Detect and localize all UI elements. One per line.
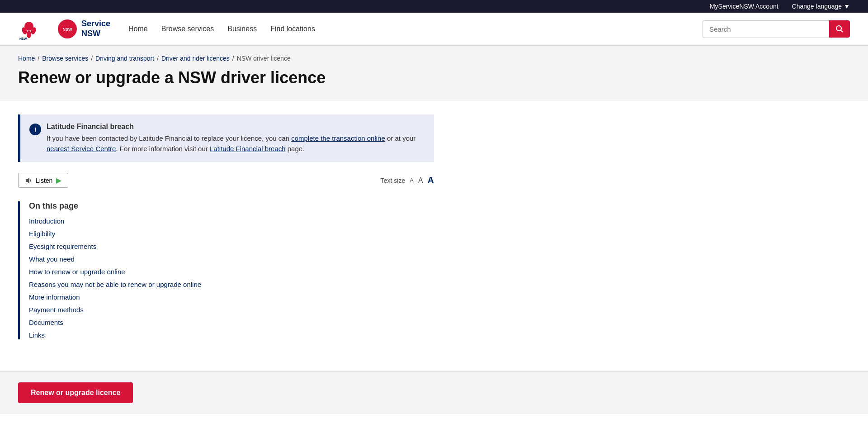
nav-find-locations[interactable]: Find locations	[270, 25, 315, 33]
breadcrumb-home[interactable]: Home	[18, 55, 35, 62]
svg-text:NSW: NSW	[19, 37, 27, 40]
list-item: Documents	[29, 319, 434, 327]
text-size-medium-button[interactable]: A	[418, 176, 423, 185]
service-nsw-wordmark: Service NSW	[81, 19, 110, 38]
on-this-page-section: On this page IntroductionEligibilityEyes…	[18, 201, 434, 339]
breadcrumb-driving-transport[interactable]: Driving and transport	[95, 55, 154, 62]
list-item: How to renew or upgrade online	[29, 268, 434, 276]
breadcrumb-browse-services[interactable]: Browse services	[42, 55, 88, 62]
svg-line-10	[841, 30, 843, 33]
info-icon: i	[29, 124, 41, 135]
listen-button[interactable]: Listen ▶	[18, 173, 68, 188]
search-button[interactable]	[829, 20, 850, 38]
breadcrumb-driver-licences[interactable]: Driver and rider licences	[161, 55, 230, 62]
service-nsw-emblem-icon: NSW	[61, 23, 74, 35]
renew-upgrade-licence-button[interactable]: Renew or upgrade licence	[18, 382, 133, 403]
svg-marker-11	[26, 177, 29, 184]
main-nav: Home Browse services Business Find locat…	[128, 25, 684, 33]
info-box-title: Latitude Financial breach	[47, 123, 425, 131]
search-area	[703, 20, 850, 38]
svg-text:NSW: NSW	[63, 27, 73, 32]
page-title: Renew or upgrade a NSW driver licence	[18, 68, 850, 96]
on-this-page-link[interactable]: Introduction	[29, 217, 64, 225]
list-item: Reasons you may not be able to renew or …	[29, 281, 434, 289]
nsw-gov-logo-link[interactable]: NSW GOVERNMENT	[18, 17, 40, 41]
breadcrumb-current: NSW driver licence	[237, 55, 291, 62]
latitude-financial-breach-link[interactable]: Latitude Financial breach	[210, 145, 286, 152]
nav-browse-services[interactable]: Browse services	[161, 25, 214, 33]
main-content: i Latitude Financial breach If you have …	[0, 101, 452, 371]
on-this-page-link[interactable]: Payment methods	[29, 306, 84, 314]
on-this-page-link[interactable]: How to renew or upgrade online	[29, 268, 125, 276]
nearest-service-centre-link[interactable]: nearest Service Centre	[47, 145, 116, 152]
list-item: More information	[29, 293, 434, 301]
list-item: Eyesight requirements	[29, 243, 434, 251]
service-nsw-logo-link[interactable]: NSW Service NSW	[58, 19, 110, 38]
breadcrumb: Home / Browse services / Driving and tra…	[18, 55, 850, 62]
list-item: Introduction	[29, 217, 434, 225]
list-item: Eligibility	[29, 230, 434, 238]
play-icon: ▶	[56, 176, 61, 185]
on-this-page-link[interactable]: Eligibility	[29, 230, 55, 238]
change-language-button[interactable]: Change language ▼	[792, 3, 850, 10]
my-service-nsw-account-link[interactable]: MyServiceNSW Account	[710, 3, 778, 10]
search-icon	[835, 25, 844, 33]
complete-transaction-online-link[interactable]: complete the transaction online	[291, 134, 385, 142]
on-this-page-link[interactable]: Documents	[29, 319, 63, 326]
list-item: What you need	[29, 255, 434, 263]
speaker-icon	[25, 177, 32, 184]
nav-business[interactable]: Business	[227, 25, 257, 33]
svg-point-9	[836, 26, 841, 31]
service-nsw-circle-icon: NSW	[58, 19, 77, 38]
text-size-large-button[interactable]: A	[428, 175, 434, 186]
search-input[interactable]	[703, 20, 829, 38]
nsw-waratah-icon: NSW GOVERNMENT	[18, 17, 40, 41]
nav-home[interactable]: Home	[128, 25, 148, 33]
list-item: Payment methods	[29, 306, 434, 314]
page-header-wrapper: Home / Browse services / Driving and tra…	[0, 46, 868, 101]
info-box-text: If you have been contacted by Latitude F…	[47, 133, 425, 154]
on-this-page-link[interactable]: What you need	[29, 255, 75, 263]
info-box: i Latitude Financial breach If you have …	[18, 114, 434, 162]
on-this-page-link[interactable]: Reasons you may not be able to renew or …	[29, 281, 201, 288]
list-item: Links	[29, 331, 434, 339]
text-size-controls: Text size A A A	[381, 175, 434, 186]
on-this-page-title: On this page	[29, 201, 434, 211]
svg-point-4	[27, 31, 31, 38]
bottom-bar: Renew or upgrade licence	[0, 371, 868, 414]
text-size-small-button[interactable]: A	[410, 177, 414, 184]
site-header: NSW GOVERNMENT NSW Service NSW Home Brow…	[0, 13, 868, 46]
on-this-page-link[interactable]: Links	[29, 331, 45, 339]
on-this-page-link[interactable]: Eyesight requirements	[29, 243, 96, 250]
controls-row: Listen ▶ Text size A A A	[18, 173, 434, 188]
on-this-page-link[interactable]: More information	[29, 293, 80, 301]
on-this-page-list: IntroductionEligibilityEyesight requirem…	[29, 217, 434, 339]
top-bar: MyServiceNSW Account Change language ▼	[0, 0, 868, 13]
